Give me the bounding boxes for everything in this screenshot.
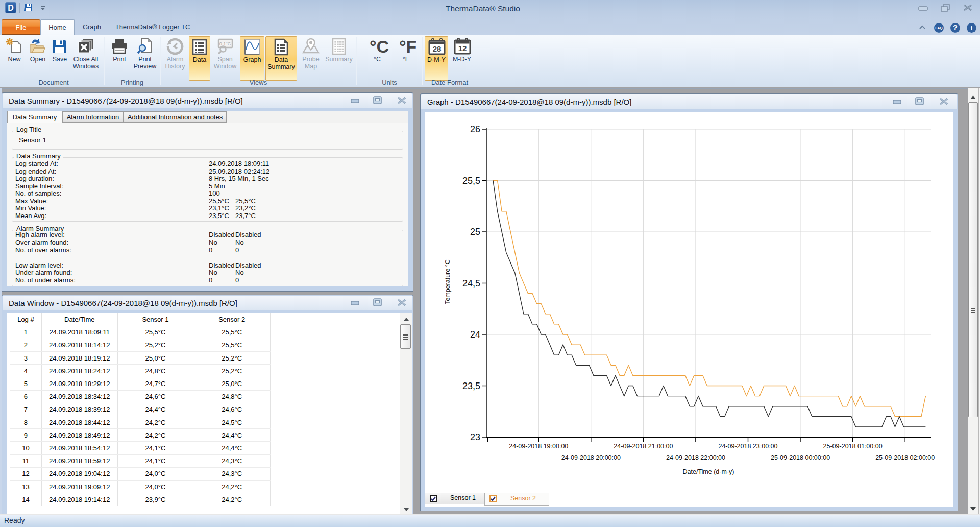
svg-text:28: 28 [433,44,442,53]
svg-text:12: 12 [458,44,467,53]
svg-text:26: 26 [470,124,480,134]
svg-text:23,5: 23,5 [462,381,480,391]
svg-text:24,5: 24,5 [462,278,480,289]
svg-text:23: 23 [470,432,480,442]
svg-text:25-09-2018 01:00:00: 25-09-2018 01:00:00 [823,443,883,450]
svg-text:24-09-2018 19:00:00: 24-09-2018 19:00:00 [509,443,568,450]
svg-text:24: 24 [470,329,480,340]
svg-text:24-09-2018 23:00:00: 24-09-2018 23:00:00 [718,443,777,450]
svg-text:24-09-2018 22:00:00: 24-09-2018 22:00:00 [666,454,725,461]
svg-text:0.1°C: 0.1°C [219,41,231,46]
svg-text:°F: °F [399,38,416,55]
svg-text:25-09-2018 00:00:00: 25-09-2018 00:00:00 [771,454,830,461]
svg-text:Date/Time (d-m-y): Date/Time (d-m-y) [683,468,734,475]
svg-text:24-09-2018 21:00:00: 24-09-2018 21:00:00 [614,443,673,450]
svg-text:Temperature °C: Temperature °C [444,259,451,304]
svg-text:24-09-2018 20:00:00: 24-09-2018 20:00:00 [561,454,621,461]
svg-text:25,5: 25,5 [462,176,480,186]
svg-text:°C: °C [370,38,389,55]
svg-text:25-09-2018 02:00:00: 25-09-2018 02:00:00 [875,454,935,461]
svg-text:25: 25 [470,227,480,237]
